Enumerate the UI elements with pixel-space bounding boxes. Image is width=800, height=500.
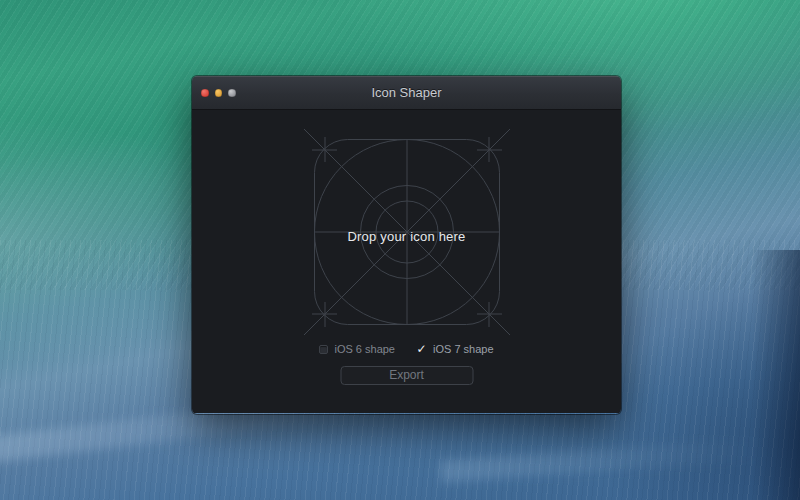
shape-options: ✓ iOS 6 shape ✓ iOS 7 shape: [192, 342, 621, 356]
option-label[interactable]: iOS 6 shape: [334, 343, 395, 355]
traffic-lights: [201, 76, 236, 110]
export-button[interactable]: Export: [340, 366, 473, 385]
minimize-button[interactable]: [215, 89, 223, 97]
option-ios6-shape[interactable]: ✓ iOS 6 shape: [319, 343, 395, 355]
option-ios7-shape[interactable]: ✓ iOS 7 shape: [416, 343, 494, 355]
option-label[interactable]: iOS 7 shape: [433, 343, 494, 355]
checkbox-unchecked-icon[interactable]: [319, 345, 328, 354]
app-window: Icon Shaper Drop your icon here ✓ iOS 6 …: [192, 76, 621, 414]
window-content: Drop your icon here ✓ iOS 6 shape ✓ iOS …: [192, 110, 621, 413]
close-button[interactable]: [201, 89, 209, 97]
window-title: Icon Shaper: [192, 76, 621, 110]
checkmark-icon: ✓: [416, 345, 427, 354]
zoom-button[interactable]: [228, 89, 236, 97]
drop-hint-label: Drop your icon here: [192, 229, 621, 244]
titlebar[interactable]: Icon Shaper: [192, 76, 621, 110]
wave-dark-edge: [752, 250, 800, 500]
